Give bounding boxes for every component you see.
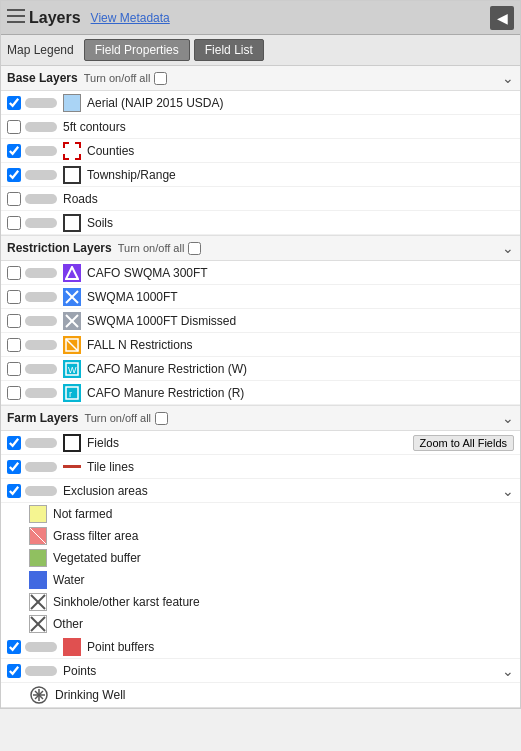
- base-toggle-checkbox[interactable]: [154, 72, 167, 85]
- township-slider[interactable]: [25, 170, 57, 180]
- legend-row: Grass filter area: [1, 525, 520, 547]
- base-chevron-icon[interactable]: ⌄: [502, 70, 514, 86]
- cafo300-checkbox[interactable]: [7, 266, 21, 280]
- points-slider[interactable]: [25, 666, 57, 676]
- township-icon: [63, 166, 81, 184]
- restriction-chevron-icon[interactable]: ⌄: [502, 240, 514, 256]
- collapse-button[interactable]: ◀: [490, 6, 514, 30]
- exclusion-checkbox[interactable]: [7, 484, 21, 498]
- water-label: Water: [53, 573, 85, 587]
- restriction-layers-section: Restriction Layers Turn on/off all ⌄ CAF…: [1, 236, 520, 406]
- soils-checkbox[interactable]: [7, 216, 21, 230]
- drinking-well-label: Drinking Well: [55, 688, 125, 702]
- svg-rect-2: [7, 21, 25, 23]
- tab-field-properties[interactable]: Field Properties: [84, 39, 190, 61]
- swqma1000d-label: SWQMA 1000FT Dismissed: [87, 314, 514, 328]
- legend-row: Water: [1, 569, 520, 591]
- fields-icon: [63, 434, 81, 452]
- township-label: Township/Range: [87, 168, 514, 182]
- exclusion-chevron-icon[interactable]: ⌄: [502, 483, 514, 499]
- tab-field-list[interactable]: Field List: [194, 39, 264, 61]
- township-checkbox[interactable]: [7, 168, 21, 182]
- contours-slider[interactable]: [25, 122, 57, 132]
- cafo300-slider[interactable]: [25, 268, 57, 278]
- tilelines-slider[interactable]: [25, 462, 57, 472]
- counties-slider[interactable]: [25, 146, 57, 156]
- other-icon: [29, 615, 47, 633]
- counties-checkbox[interactable]: [7, 144, 21, 158]
- svg-rect-1: [7, 15, 25, 17]
- layer-row: Roads: [1, 187, 520, 211]
- soils-icon: [63, 214, 81, 232]
- fields-slider[interactable]: [25, 438, 57, 448]
- tab-bar: Map Legend Field Properties Field List: [1, 35, 520, 66]
- sinkhole-icon: [29, 593, 47, 611]
- other-label: Other: [53, 617, 83, 631]
- falln-checkbox[interactable]: [7, 338, 21, 352]
- layer-row: r CAFO Manure Restriction (R): [1, 381, 520, 405]
- legend-row: Other: [1, 613, 520, 635]
- zoom-to-all-fields-button[interactable]: Zoom to All Fields: [413, 435, 514, 451]
- tilelines-checkbox[interactable]: [7, 460, 21, 474]
- contours-label: 5ft contours: [63, 120, 514, 134]
- legend-row: Sinkhole/other karst feature: [1, 591, 520, 613]
- layer-row: Tile lines: [1, 455, 520, 479]
- swqma1000d-slider[interactable]: [25, 316, 57, 326]
- layer-row: Counties: [1, 139, 520, 163]
- soils-slider[interactable]: [25, 218, 57, 228]
- swqma1000d-checkbox[interactable]: [7, 314, 21, 328]
- points-label: Points: [63, 664, 502, 678]
- point-buffers-slider[interactable]: [25, 642, 57, 652]
- view-metadata-link[interactable]: View Metadata: [91, 11, 490, 25]
- farm-layers-header: Farm Layers Turn on/off all ⌄: [1, 406, 520, 431]
- point-buffers-label: Point buffers: [87, 640, 514, 654]
- grass-label: Grass filter area: [53, 529, 138, 543]
- fields-label: Fields: [87, 436, 407, 450]
- roads-checkbox[interactable]: [7, 192, 21, 206]
- base-layers-section: Base Layers Turn on/off all ⌄ Aerial (NA…: [1, 66, 520, 236]
- layers-icon: [7, 7, 25, 28]
- base-layers-header: Base Layers Turn on/off all ⌄: [1, 66, 520, 91]
- falln-slider[interactable]: [25, 340, 57, 350]
- layers-content: Base Layers Turn on/off all ⌄ Aerial (NA…: [1, 66, 520, 708]
- restriction-toggle-checkbox[interactable]: [188, 242, 201, 255]
- not-farmed-label: Not farmed: [53, 507, 112, 521]
- swqma1000-slider[interactable]: [25, 292, 57, 302]
- restriction-toggle-label: Turn on/off all: [118, 242, 185, 254]
- farm-chevron-icon[interactable]: ⌄: [502, 410, 514, 426]
- svg-text:r: r: [69, 389, 72, 399]
- fields-checkbox[interactable]: [7, 436, 21, 450]
- layer-row: Soils: [1, 211, 520, 235]
- layer-row: W CAFO Manure Restriction (W): [1, 357, 520, 381]
- aerial-checkbox[interactable]: [7, 96, 21, 110]
- swqma1000-label: SWQMA 1000FT: [87, 290, 514, 304]
- aerial-label: Aerial (NAIP 2015 USDA): [87, 96, 514, 110]
- exclusion-slider[interactable]: [25, 486, 57, 496]
- points-checkbox[interactable]: [7, 664, 21, 678]
- points-chevron-icon[interactable]: ⌄: [502, 663, 514, 679]
- svg-rect-0: [7, 9, 25, 11]
- cafor-slider[interactable]: [25, 388, 57, 398]
- farm-toggle-checkbox[interactable]: [155, 412, 168, 425]
- panel-header: Layers View Metadata ◀: [1, 1, 520, 35]
- layer-row: Points ⌄: [1, 659, 520, 683]
- layer-row: SWQMA 1000FT: [1, 285, 520, 309]
- cafow-icon: W: [63, 360, 81, 378]
- svg-rect-12: [66, 387, 78, 399]
- cafow-slider[interactable]: [25, 364, 57, 374]
- map-legend-label: Map Legend: [7, 43, 74, 57]
- point-buffers-checkbox[interactable]: [7, 640, 21, 654]
- layer-row: Aerial (NAIP 2015 USDA): [1, 91, 520, 115]
- aerial-slider[interactable]: [25, 98, 57, 108]
- contours-checkbox[interactable]: [7, 120, 21, 134]
- layer-row: CAFO SWQMA 300FT: [1, 261, 520, 285]
- cafow-label: CAFO Manure Restriction (W): [87, 362, 514, 376]
- cafow-checkbox[interactable]: [7, 362, 21, 376]
- swqma1000-checkbox[interactable]: [7, 290, 21, 304]
- cafor-checkbox[interactable]: [7, 386, 21, 400]
- tilelines-label: Tile lines: [87, 460, 514, 474]
- svg-marker-3: [66, 267, 78, 279]
- roads-slider[interactable]: [25, 194, 57, 204]
- water-icon: [29, 571, 47, 589]
- svg-text:W: W: [68, 365, 77, 375]
